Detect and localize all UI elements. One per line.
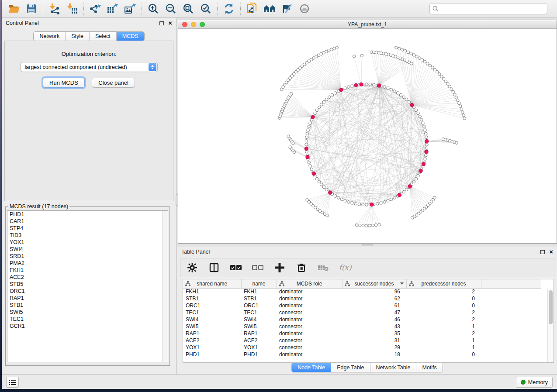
cell-shared_name[interactable]: ACE2 xyxy=(183,337,241,344)
cell-successor_nodes[interactable]: 46 xyxy=(342,316,406,323)
table-row[interactable]: SWI5SWI5connector431 xyxy=(183,323,541,330)
column-header-MCDS-role[interactable]: MCDS role xyxy=(277,279,342,288)
cell-mcds_role[interactable]: dominator xyxy=(277,288,342,295)
cell-successor_nodes[interactable]: 96 xyxy=(342,288,406,295)
cell-successor_nodes[interactable]: 31 xyxy=(342,337,406,344)
show-columns-button[interactable] xyxy=(208,261,221,275)
zoom-fit-button[interactable] xyxy=(180,1,197,16)
column-header-predecessor-nodes[interactable]: predecessor nodes xyxy=(406,279,481,288)
show-graphics-details-button[interactable] xyxy=(296,1,313,16)
cell-mcds_role[interactable]: dominator xyxy=(277,351,342,358)
cell-predecessor_nodes[interactable]: 1 xyxy=(406,337,481,344)
cell-successor_nodes[interactable]: 35 xyxy=(342,330,406,337)
table-scrollbar-thumb[interactable] xyxy=(549,290,553,324)
column-header-successor-nodes[interactable]: successor nodes xyxy=(342,279,406,288)
cell-successor_nodes[interactable]: 29 xyxy=(342,344,406,351)
table-row[interactable]: ACE2ACE2connector311 xyxy=(183,337,541,344)
export-network-button[interactable] xyxy=(86,1,104,16)
cell-name[interactable]: SWI4 xyxy=(241,316,277,323)
mcds-result-item[interactable]: YOX1 xyxy=(7,239,168,246)
cell-predecessor_nodes[interactable]: 2 xyxy=(406,288,481,295)
search-input[interactable] xyxy=(441,6,544,12)
cell-successor_nodes[interactable]: 61 xyxy=(342,302,406,309)
cell-predecessor_nodes[interactable]: 0 xyxy=(406,302,481,309)
refresh-button[interactable] xyxy=(220,1,238,16)
cell-name[interactable]: PHD1 xyxy=(241,351,277,358)
mcds-result-item[interactable]: SRD1 xyxy=(7,253,168,260)
tab-motifs[interactable]: Motifs xyxy=(416,363,442,372)
float-panel-icon[interactable] xyxy=(540,250,545,254)
cell-shared_name[interactable]: FKH1 xyxy=(183,288,241,295)
cell-name[interactable]: TEC1 xyxy=(241,309,277,316)
mcds-result-item[interactable]: GCR1 xyxy=(7,323,168,330)
cell-shared_name[interactable]: PHD1 xyxy=(183,351,241,358)
import-network-button[interactable] xyxy=(46,1,63,16)
mcds-result-item[interactable]: STB5 xyxy=(7,281,168,288)
cell-predecessor_nodes[interactable]: 1 xyxy=(406,323,481,330)
cell-name[interactable]: STB1 xyxy=(241,295,277,302)
delete-table-button[interactable] xyxy=(317,261,330,275)
table-scrollbar[interactable] xyxy=(547,289,554,362)
task-history-button[interactable] xyxy=(6,377,19,388)
column-header-name[interactable]: name xyxy=(241,279,277,288)
mcds-result-item[interactable]: PMA2 xyxy=(7,260,168,267)
tab-node-table[interactable]: Node Table xyxy=(292,363,331,372)
mcds-result-item[interactable]: TID3 xyxy=(7,232,168,239)
cell-shared_name[interactable]: ORC1 xyxy=(183,302,241,309)
close-panel-icon[interactable]: × xyxy=(549,250,553,254)
table-row[interactable]: STB1STB1dominator620 xyxy=(183,295,541,302)
mcds-result-item[interactable]: STB1 xyxy=(7,302,168,309)
cell-shared_name[interactable]: TEC1 xyxy=(183,309,241,316)
mcds-result-item[interactable]: FKH1 xyxy=(7,267,168,274)
mcds-result-item[interactable]: RAP1 xyxy=(7,295,168,302)
cell-mcds_role[interactable]: connector xyxy=(277,309,342,316)
cell-successor_nodes[interactable]: 47 xyxy=(342,309,406,316)
mcds-result-item[interactable]: TEC1 xyxy=(7,316,168,323)
zoom-selected-button[interactable] xyxy=(197,1,214,16)
cell-shared_name[interactable]: RAP1 xyxy=(183,330,241,337)
close-panel-icon[interactable]: × xyxy=(168,21,172,25)
close-panel-button[interactable]: Close panel xyxy=(92,78,135,88)
mcds-result-item[interactable]: ACE2 xyxy=(7,274,168,281)
cell-shared_name[interactable]: SWI5 xyxy=(183,323,241,330)
cell-predecessor_nodes[interactable]: 0 xyxy=(406,351,481,358)
node-table-grid[interactable]: shared namenameMCDS rolesuccessor nodesp… xyxy=(183,279,541,358)
cell-successor_nodes[interactable]: 62 xyxy=(342,295,406,302)
network-graph[interactable] xyxy=(178,29,557,243)
memory-button[interactable]: Memory xyxy=(516,377,553,388)
export-table-button[interactable] xyxy=(104,1,121,16)
cell-name[interactable]: SWI5 xyxy=(241,323,277,330)
save-session-button[interactable] xyxy=(23,1,40,16)
cell-mcds_role[interactable]: dominator xyxy=(277,316,342,323)
criterion-dropdown[interactable]: largest connected component (undirected) xyxy=(21,62,158,72)
mcds-result-item[interactable]: SWI5 xyxy=(7,309,168,316)
cell-name[interactable]: ACE2 xyxy=(241,337,277,344)
mcds-result-item[interactable]: PHD1 xyxy=(7,211,168,218)
cell-name[interactable]: YOX1 xyxy=(241,344,277,351)
cell-mcds_role[interactable]: dominator xyxy=(277,295,342,302)
zoom-in-button[interactable] xyxy=(145,1,162,16)
cell-predecessor_nodes[interactable]: 0 xyxy=(406,295,481,302)
network-canvas[interactable] xyxy=(178,29,557,243)
clear-selection-checkboxes-button[interactable] xyxy=(251,261,264,275)
open-file-button[interactable] xyxy=(5,1,23,16)
create-column-button[interactable] xyxy=(273,261,286,275)
cell-name[interactable]: FKH1 xyxy=(241,288,277,295)
cell-mcds_role[interactable]: dominator xyxy=(277,302,342,309)
search-box[interactable] xyxy=(429,3,547,14)
function-builder-button[interactable]: f(x) xyxy=(339,261,352,275)
run-mcds-button[interactable]: Run MCDS xyxy=(43,78,85,88)
tab-style[interactable]: Style xyxy=(65,32,89,41)
float-panel-icon[interactable] xyxy=(159,21,164,25)
cell-predecessor_nodes[interactable]: 2 xyxy=(406,309,481,316)
network-titlebar[interactable]: YPA_prune.txt_1 xyxy=(178,20,557,29)
import-table-button[interactable] xyxy=(63,1,81,16)
new-network-from-selection-button[interactable] xyxy=(243,1,261,16)
table-row[interactable]: RAP1RAP1dominator352 xyxy=(183,330,541,337)
mcds-result-item[interactable]: SWI4 xyxy=(7,246,168,253)
cell-shared_name[interactable]: SWI4 xyxy=(183,316,241,323)
table-row[interactable]: ORC1ORC1dominator610 xyxy=(183,302,541,309)
cell-predecessor_nodes[interactable]: 1 xyxy=(406,344,481,351)
tab-select[interactable]: Select xyxy=(89,32,116,41)
cell-mcds_role[interactable]: connector xyxy=(277,337,342,344)
